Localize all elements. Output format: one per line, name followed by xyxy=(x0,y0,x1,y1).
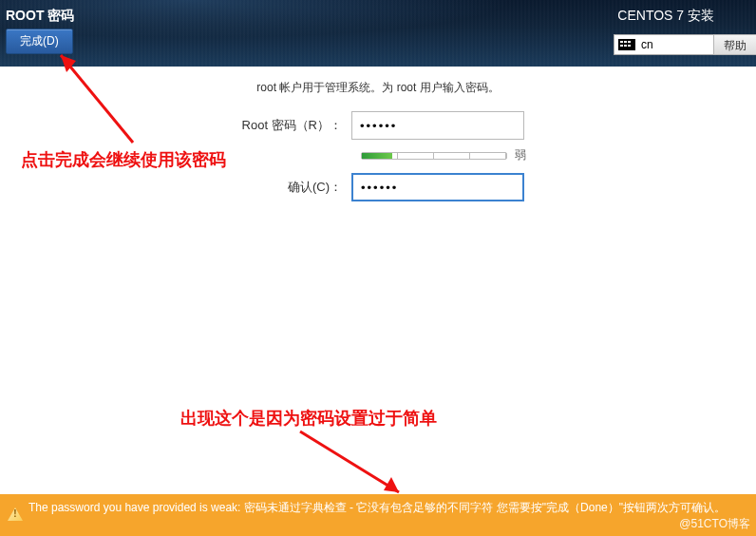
form-description: root 帐户用于管理系统。为 root 用户输入密码。 xyxy=(0,80,756,96)
watermark: @51CTO博客 xyxy=(679,516,750,532)
confirm-label: 确认(C)： xyxy=(190,179,351,196)
keyboard-icon xyxy=(618,39,635,50)
svg-marker-3 xyxy=(384,477,399,492)
strength-label: 弱 xyxy=(515,147,526,163)
confirm-row: 确认(C)： xyxy=(0,173,756,201)
page-title: ROOT 密码 xyxy=(6,8,74,25)
done-button[interactable]: 完成(D) xyxy=(6,29,73,54)
root-password-input[interactable] xyxy=(351,111,524,140)
warning-message: The password you have provided is weak: … xyxy=(28,501,726,514)
password-row: Root 密码（R）： xyxy=(0,111,756,140)
annotation-text-2: 出现这个是因为密码设置过于简单 xyxy=(180,407,437,430)
warning-icon xyxy=(8,507,23,521)
annotation-arrow-2 xyxy=(294,426,418,502)
password-strength-meter xyxy=(361,152,507,160)
password-label: Root 密码（R）： xyxy=(190,117,351,134)
installer-header: ROOT 密码 CENTOS 7 安装 完成(D) cn 帮助 xyxy=(0,0,756,67)
warning-bar: The password you have provided is weak: … xyxy=(0,494,756,536)
strength-fill xyxy=(362,153,392,159)
annotation-text-1: 点击完成会继续使用该密码 xyxy=(21,148,226,171)
keyboard-layout-label: cn xyxy=(641,38,653,51)
installer-title: CENTOS 7 安装 xyxy=(617,8,714,25)
root-password-form: root 帐户用于管理系统。为 root 用户输入密码。 Root 密码（R）：… xyxy=(0,74,756,209)
svg-line-2 xyxy=(300,431,399,492)
help-button[interactable]: 帮助 xyxy=(713,34,756,55)
confirm-password-input[interactable] xyxy=(351,173,524,201)
keyboard-layout-selector[interactable]: cn xyxy=(614,34,714,55)
